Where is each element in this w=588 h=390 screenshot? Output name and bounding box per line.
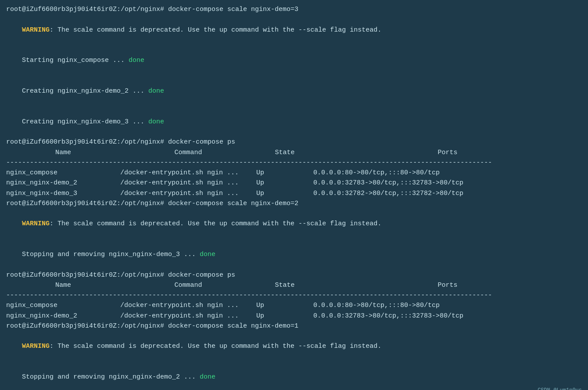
line-4: Creating nginx_nginx-demo_2 ... done	[6, 76, 582, 107]
t2r1-name: nginx_compose	[6, 300, 120, 311]
table1-header: Name Command State Ports	[6, 148, 582, 158]
warning-label-2: WARNING	[22, 220, 50, 228]
t2r1-ports: 0.0.0.0:80->80/tcp,:::80->80/tcp	[313, 300, 582, 311]
t2r1-state: Up	[256, 300, 313, 311]
line-stopping2: Stopping and removing nginx_nginx-demo_2…	[6, 362, 582, 390]
stopping-text-2: Stopping and removing nginx_nginx-demo_2…	[22, 373, 200, 381]
warning-text-1: : The scale command is deprecated. Use t…	[50, 26, 381, 34]
t2r2-ports: 0.0.0.0:32783->80/tcp,:::32783->80/tcp	[313, 311, 582, 321]
header-ports-2: Ports	[313, 280, 582, 290]
header-name-2: Name	[6, 280, 120, 290]
line-stopping: Stopping and removing nginx_nginx-demo_3…	[6, 239, 582, 270]
table1-divider: ----------------------------------------…	[6, 158, 582, 168]
t1r1-command: /docker-entrypoint.sh ngin ...	[120, 168, 256, 178]
table2-row2: nginx_nginx-demo_2 /docker-entrypoint.sh…	[6, 311, 582, 321]
done-5: done	[200, 373, 215, 381]
t2r2-command: /docker-entrypoint.sh ngin ...	[120, 311, 256, 321]
line-ps2: root@iZuf6600rb3pj90i4t6ir0Z:/opt/nginx#…	[6, 270, 582, 280]
starting-text: Starting nginx_compose ...	[22, 57, 129, 64]
t1r2-command: /docker-entrypoint.sh ngin ...	[120, 178, 256, 188]
t1r2-name: nginx_nginx-demo_2	[6, 178, 120, 188]
line-2: WARNING: The scale command is deprecated…	[6, 14, 582, 45]
done-1: done	[129, 57, 144, 64]
table1-row2: nginx_nginx-demo_2 /docker-entrypoint.sh…	[6, 178, 582, 188]
t1r2-ports: 0.0.0.0:32783->80/tcp,:::32783->80/tcp	[313, 178, 582, 188]
t2r2-name: nginx_nginx-demo_2	[6, 311, 120, 321]
warning-label-3: WARNING	[22, 343, 50, 350]
line-warn3: WARNING: The scale command is deprecated…	[6, 331, 582, 362]
line-5: Creating nginx_nginx-demo_3 ... done	[6, 107, 582, 137]
creating-demo3-text: Creating nginx_nginx-demo_3 ...	[22, 118, 148, 126]
line-1: root@iZuf6600rb3pj90i4t6ir0Z:/opt/nginx#…	[6, 4, 582, 14]
line-scale1: root@iZuf6600rb3pj90i4t6ir0Z:/opt/nginx#…	[6, 321, 582, 331]
t1r1-ports: 0.0.0.0:80->80/tcp,:::80->80/tcp	[313, 168, 582, 178]
t2r2-state: Up	[256, 311, 313, 321]
table2-row1: nginx_compose /docker-entrypoint.sh ngin…	[6, 300, 582, 311]
table1-row1: nginx_compose /docker-entrypoint.sh ngin…	[6, 168, 582, 178]
header-state-2: State	[256, 280, 313, 290]
t1r3-state: Up	[256, 188, 313, 199]
table2-divider: ----------------------------------------…	[6, 290, 582, 300]
warning-label: WARNING	[22, 26, 50, 34]
done-4: done	[200, 251, 215, 258]
stopping-text: Stopping and removing nginx_nginx-demo_3…	[22, 251, 200, 258]
table2-header: Name Command State Ports	[6, 280, 582, 290]
done-2: done	[148, 87, 164, 95]
watermark: CSDN @Lum1n0us	[538, 387, 582, 390]
header-command-1: Command	[120, 148, 256, 158]
header-command-2: Command	[120, 280, 256, 290]
line-scale2: root@iZuf6600rb3pj90i4t6ir0Z:/opt/nginx#…	[6, 199, 582, 209]
t2r1-command: /docker-entrypoint.sh ngin ...	[120, 300, 256, 311]
t1r1-state: Up	[256, 168, 313, 178]
t1r3-command: /docker-entrypoint.sh ngin ...	[120, 188, 256, 199]
done-3: done	[148, 118, 164, 126]
line-6: root@iZuf6600rb3pj90i4t6ir0Z:/opt/nginx#…	[6, 137, 582, 147]
terminal-output: root@iZuf6600rb3pj90i4t6ir0Z:/opt/nginx#…	[6, 4, 582, 390]
header-state-1: State	[256, 148, 313, 158]
warning-text-2: : The scale command is deprecated. Use t…	[50, 220, 381, 228]
creating-demo2-text: Creating nginx_nginx-demo_2 ...	[22, 87, 148, 95]
t1r3-ports: 0.0.0.0:32782->80/tcp,:::32782->80/tcp	[313, 188, 582, 199]
t1r1-name: nginx_compose	[6, 168, 120, 178]
line-warn2: WARNING: The scale command is deprecated…	[6, 209, 582, 239]
warning-text-3: : The scale command is deprecated. Use t…	[50, 343, 381, 350]
header-name-1: Name	[6, 148, 120, 158]
header-ports-1: Ports	[313, 148, 582, 158]
table1-row3: nginx_nginx-demo_3 /docker-entrypoint.sh…	[6, 188, 582, 199]
t1r3-name: nginx_nginx-demo_3	[6, 188, 120, 199]
line-3: Starting nginx_compose ... done	[6, 45, 582, 76]
t1r2-state: Up	[256, 178, 313, 188]
